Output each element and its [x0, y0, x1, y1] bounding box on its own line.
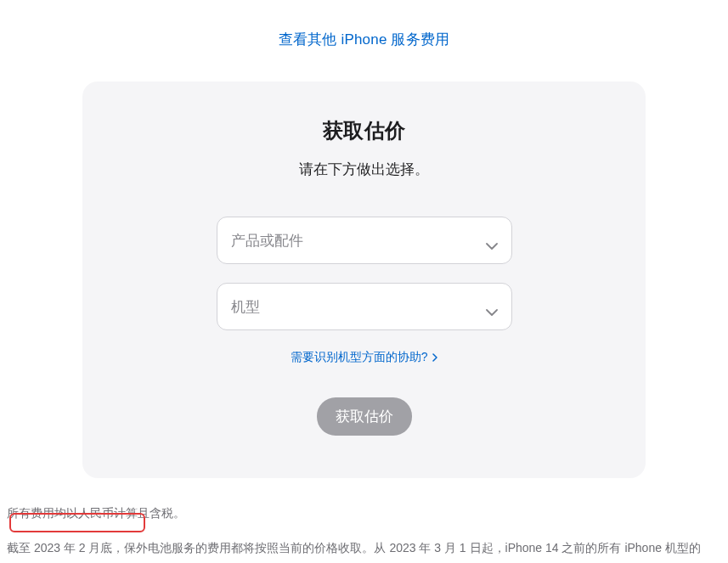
help-link-wrapper: 需要识别机型方面的协助?	[108, 349, 620, 365]
estimate-card: 获取估价 请在下方做出选择。 产品或配件 机型	[82, 82, 646, 478]
model-select-wrapper: 机型	[217, 283, 512, 330]
product-select-wrapper: 产品或配件	[217, 217, 512, 264]
notice-text-part1: 截至 2023 年 2 月底，保外电池服务的费用都将按照当前的价格收取。从 20…	[7, 541, 701, 563]
get-estimate-button[interactable]: 获取估价	[317, 397, 412, 436]
help-link-text: 需要识别机型方面的协助?	[291, 350, 428, 363]
other-services-link[interactable]: 查看其他 iPhone 服务费用	[279, 31, 450, 48]
card-subtitle: 请在下方做出选择。	[108, 160, 620, 179]
chevron-down-icon	[486, 237, 498, 244]
identify-model-help-link[interactable]: 需要识别机型方面的协助?	[291, 350, 438, 363]
footer-tax-note: 所有费用均以人民币计算且含税。	[7, 502, 709, 525]
model-select[interactable]: 机型	[217, 283, 512, 330]
model-select-placeholder: 机型	[231, 297, 260, 317]
footer-price-notice: 截至 2023 年 2 月底，保外电池服务的费用都将按照当前的价格收取。从 20…	[7, 537, 709, 563]
product-select[interactable]: 产品或配件	[217, 217, 512, 264]
footer-notes: 所有费用均以人民币计算且含税。 截至 2023 年 2 月底，保外电池服务的费用…	[7, 502, 709, 563]
other-services-link-wrapper: 查看其他 iPhone 服务费用	[0, 30, 728, 49]
chevron-down-icon	[486, 303, 498, 310]
product-select-placeholder: 产品或配件	[231, 231, 303, 251]
card-title: 获取估价	[108, 117, 620, 144]
chevron-right-icon	[432, 351, 437, 364]
